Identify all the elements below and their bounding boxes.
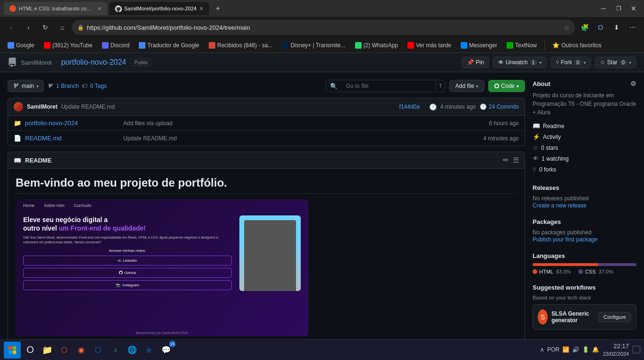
taskbar-vscode[interactable]: ⬡ <box>91 343 106 358</box>
tab-close-2[interactable]: ✕ <box>199 6 203 12</box>
file-commit-msg: Add files via upload <box>123 120 485 127</box>
refresh-button[interactable]: ↻ <box>38 20 53 35</box>
wifi-icon[interactable]: 📶 <box>562 346 569 353</box>
window-controls: ─ ❐ ✕ <box>597 2 640 15</box>
github-page: SamilMoret / portfolio-novo-2024 Public … <box>0 53 644 360</box>
commit-hash[interactable]: f144d0a <box>399 103 420 110</box>
watching-link[interactable]: 👁 1 watching <box>533 153 636 164</box>
github-btn[interactable]: GitHub <box>23 268 232 278</box>
branch-selector[interactable]: main ▾ <box>8 80 44 92</box>
branch-count-link[interactable]: 1 Branch <box>56 83 79 89</box>
taskbar-files[interactable]: 📁 <box>40 343 55 358</box>
folder-icon: 📁 <box>14 120 21 127</box>
tag-count-link[interactable]: 0 Tags <box>90 83 107 89</box>
taskbar-whatsapp[interactable]: 💬 15 <box>159 343 174 358</box>
fork-button[interactable]: ⑂ Fork 0 ▾ <box>551 57 591 68</box>
commits-link[interactable]: 🕐 24 Commits <box>480 103 519 110</box>
file-name-link[interactable]: README.md <box>25 135 119 142</box>
pin-button[interactable]: 📌 Pin <box>462 57 489 68</box>
commit-author[interactable]: SamilMoret <box>27 103 58 110</box>
repo-name-link[interactable]: portfolio-novo-2024 <box>61 58 126 67</box>
minimize-button[interactable]: ─ <box>597 2 610 15</box>
taskbar-edge[interactable]: e <box>142 343 157 358</box>
eye-small-icon: 👁 <box>533 155 539 162</box>
create-release-link[interactable]: Create a new release <box>533 202 586 209</box>
close-button[interactable]: ✕ <box>627 2 640 15</box>
clock[interactable]: 22:17 23/02/2024 <box>603 342 629 358</box>
watch-button[interactable]: 👁 Unwatch 1 ▾ <box>493 57 547 68</box>
bookmark-youtube[interactable]: (3912) YouTube <box>40 41 96 50</box>
instagram-btn[interactable]: 📷 Instagram <box>23 280 232 290</box>
new-tab-button[interactable]: + <box>211 2 224 15</box>
settings-button[interactable]: ⋯ <box>625 20 640 35</box>
commit-meta: f144d0a · 🕐 4 minutes ago 🕐 24 Commits <box>399 103 519 111</box>
taskbar-opera[interactable]: O <box>23 343 38 358</box>
readme-link[interactable]: 📖 Readme <box>533 120 636 131</box>
profile-button[interactable]: O <box>593 20 608 35</box>
packages-title: Packages <box>533 218 636 225</box>
battery-icon[interactable]: 🔋 <box>582 346 589 353</box>
taskbar-chrome[interactable]: 🌐 <box>125 343 140 358</box>
bookmark-discord[interactable]: Discord <box>98 41 134 50</box>
tab-close-1[interactable]: ✕ <box>97 6 102 12</box>
file-commit-msg: Update README.md <box>123 135 480 142</box>
edit-readme-button[interactable]: ✏ <box>503 156 509 164</box>
forward-button[interactable]: › <box>21 20 36 35</box>
readme-screenshot: Home Sobre mim Currículo Eleve seu negóc… <box>16 199 308 336</box>
bookmark-messenger[interactable]: Messenger <box>457 41 501 50</box>
taskbar-figma[interactable]: ⬡ <box>57 343 72 358</box>
html-lang-item[interactable]: HTML 63.0% <box>533 269 571 274</box>
volume-icon[interactable]: 🔊 <box>572 346 579 353</box>
forks-link[interactable]: ⑂ 0 forks <box>533 164 636 175</box>
address-bar[interactable]: 🔒 https://github.com/SamilMoret/portfoli… <box>72 20 575 35</box>
language-list: HTML 63.0% CSS 37.0% <box>533 269 636 274</box>
add-file-button[interactable]: Add file ▾ <box>449 80 484 92</box>
repo-header: SamilMoret / portfolio-novo-2024 Public … <box>0 53 644 72</box>
releases-empty-msg: No releases published <box>533 195 636 202</box>
configure-button[interactable]: Configure <box>598 312 631 322</box>
workflows-title: Suggested workflows <box>533 284 636 291</box>
bookmark-textnow[interactable]: TextNow <box>503 41 541 50</box>
publish-package-link[interactable]: Publish your first package <box>533 236 597 243</box>
bookmark-google[interactable]: Google <box>4 41 38 50</box>
bookmark-email[interactable]: Recibidos (848) - sa... <box>205 41 276 50</box>
file-name-link[interactable]: portfolio-novo-2024 <box>25 120 119 127</box>
bookmark-disney[interactable]: Disney+ | Transmite... <box>278 41 349 50</box>
svg-rect-0 <box>8 346 12 350</box>
activity-link[interactable]: ⚡ Activity <box>533 131 636 142</box>
bookmark-star[interactable]: ☆ <box>564 24 569 31</box>
tab-1[interactable]: HTML e CSS: trabalhando com re... ✕ <box>4 2 107 15</box>
code-button[interactable]: Code ▾ <box>488 80 525 92</box>
notification-icon[interactable]: 🔔 <box>592 346 599 353</box>
linkedin-btn[interactable]: in LinkedIn <box>23 256 232 266</box>
bookmark-icon-translate <box>139 42 145 49</box>
stars-link[interactable]: ☆ 0 stars <box>533 142 636 153</box>
back-button[interactable]: ‹ <box>4 20 19 35</box>
bookmark-whatsapp[interactable]: (2) WhatsApp <box>351 41 402 50</box>
readme-actions: ✏ ☰ <box>503 156 519 164</box>
releases-title: Releases <box>533 184 636 191</box>
taskbar-something[interactable]: ◉ <box>74 343 89 358</box>
goto-file-input[interactable] <box>341 80 436 92</box>
download-button[interactable]: ⬇ <box>609 20 624 35</box>
show-desktop-button[interactable] <box>633 346 640 353</box>
branch-info: 1 Branch 🏷 0 Tags <box>48 83 107 89</box>
user-link[interactable]: SamilMoret <box>21 59 52 66</box>
bookmark-translate[interactable]: Traductor de Google <box>135 41 203 50</box>
bookmark-icon-whatsapp <box>355 42 362 49</box>
start-button[interactable] <box>4 342 21 359</box>
tab-2[interactable]: SamilMoret/portfolio-novo-2024 ✕ <box>109 2 209 15</box>
extensions-button[interactable]: 🧩 <box>577 20 592 35</box>
bookmark-watchlater[interactable]: Ver más tarde <box>404 41 455 50</box>
maximize-button[interactable]: ❐ <box>612 2 625 15</box>
raw-readme-button[interactable]: ☰ <box>513 156 519 164</box>
taskbar-spotify[interactable]: ♪ <box>108 343 123 358</box>
bookmark-outros[interactable]: ⭐ Outros favoritos <box>549 41 605 50</box>
about-settings-icon[interactable]: ⚙ <box>630 80 636 87</box>
star-button[interactable]: ☆ Star 0 ▾ <box>595 57 636 68</box>
home-button[interactable]: ⌂ <box>55 20 70 35</box>
css-lang-item[interactable]: CSS 37.0% <box>578 269 613 274</box>
svg-rect-1 <box>13 346 17 350</box>
chevron-up-icon[interactable]: ∧ <box>540 346 544 353</box>
table-row: 📁 portfolio-novo-2024 Add files via uplo… <box>8 116 525 131</box>
